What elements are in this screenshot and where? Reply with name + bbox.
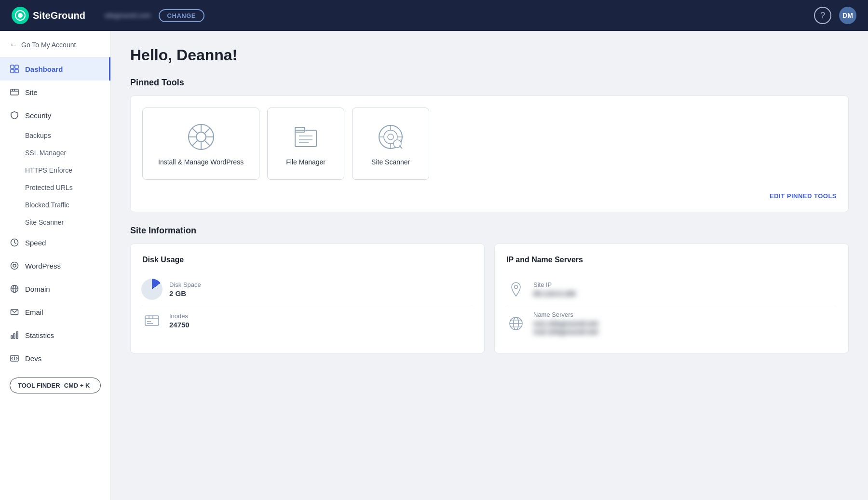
- tool-card-site-scanner[interactable]: Site Scanner: [352, 108, 429, 180]
- inodes-icon: [142, 311, 162, 330]
- svg-rect-3: [15, 65, 18, 68]
- site-ip-label: Site IP: [533, 281, 576, 288]
- sidebar-item-security[interactable]: Security: [0, 104, 110, 127]
- tool-finder-button[interactable]: TOOL FINDER CMD + K: [10, 378, 101, 393]
- site-domain: siteground.com: [105, 12, 151, 19]
- svg-point-52: [515, 285, 518, 289]
- svg-rect-19: [16, 332, 18, 338]
- name-servers-details: Name Servers ns1.siteground.net ns2.site…: [533, 311, 598, 336]
- edit-pinned-area: EDIT PINNED TOOLS: [142, 188, 837, 200]
- sidebar-item-statistics-label: Statistics: [25, 331, 54, 339]
- disk-usage-card: Disk Usage Disk Space 2 GB: [130, 243, 485, 353]
- disk-space-value: 2 GB: [169, 289, 201, 297]
- logo[interactable]: SiteGround: [12, 7, 85, 24]
- svg-point-12: [13, 264, 16, 267]
- tool-finder-shortcut: CMD + K: [64, 382, 90, 389]
- sidebar-item-speed[interactable]: Speed: [0, 231, 110, 254]
- wordpress-tool-icon: [186, 122, 217, 152]
- sidebar-sub-https-enforce[interactable]: HTTPS Enforce: [0, 162, 110, 179]
- disk-usage-title: Disk Usage: [142, 256, 473, 264]
- site-scanner-tool-icon: [375, 122, 406, 152]
- svg-point-23: [196, 132, 206, 142]
- sidebar-sub-blocked-traffic[interactable]: Blocked Traffic: [0, 196, 110, 214]
- speed-icon: [10, 238, 19, 247]
- sidebar-item-email[interactable]: Email: [0, 300, 110, 324]
- svg-rect-18: [14, 334, 15, 338]
- site-ip-details: Site IP 00.110.0.100: [533, 281, 576, 297]
- sidebar-item-dashboard[interactable]: Dashboard: [0, 57, 110, 81]
- sidebar-item-statistics[interactable]: Statistics: [0, 324, 110, 347]
- svg-point-1: [18, 13, 23, 18]
- sidebar-sub-backups[interactable]: Backups: [0, 127, 110, 144]
- svg-rect-32: [295, 130, 316, 147]
- domain-icon: [10, 284, 19, 294]
- email-icon: [10, 307, 19, 317]
- sidebar-item-security-label: Security: [25, 111, 51, 120]
- file-manager-tool-icon: [290, 122, 321, 152]
- app-body: ← Go To My Account Dashboard: [0, 31, 868, 500]
- ip-nameservers-title: IP and Name Servers: [506, 256, 837, 264]
- ns1-value: ns1.siteground.net: [533, 319, 598, 327]
- name-servers-label: Name Servers: [533, 311, 598, 318]
- disk-space-details: Disk Space 2 GB: [169, 281, 201, 297]
- svg-rect-17: [11, 336, 13, 338]
- sidebar-item-domain[interactable]: Domain: [0, 277, 110, 300]
- site-ip-icon: [506, 280, 526, 299]
- sidebar-sub-ssl-manager[interactable]: SSL Manager: [0, 144, 110, 162]
- sidebar-item-devs[interactable]: Devs: [0, 347, 110, 370]
- tool-finder-label: TOOL FINDER: [18, 382, 60, 389]
- page-greeting: Hello, Deanna!: [130, 46, 849, 64]
- svg-line-30: [205, 128, 210, 133]
- svg-rect-4: [11, 69, 14, 73]
- tool-card-file-manager[interactable]: File Manager: [267, 108, 344, 180]
- inodes-details: Inodes 24750: [169, 312, 190, 329]
- svg-line-28: [192, 128, 197, 133]
- svg-point-39: [388, 134, 393, 140]
- sidebar-item-speed-label: Speed: [25, 239, 46, 247]
- sidebar-sub-site-scanner[interactable]: Site Scanner: [0, 214, 110, 231]
- pinned-tools-grid: Install & Manage WordPress File Manager: [142, 108, 837, 180]
- sidebar-item-site[interactable]: Site: [0, 81, 110, 104]
- disk-space-row: Disk Space 2 GB: [142, 274, 473, 305]
- back-link-label: Go To My Account: [21, 41, 76, 49]
- svg-rect-46: [145, 316, 159, 325]
- sidebar: ← Go To My Account Dashboard: [0, 31, 111, 500]
- back-arrow-icon: ←: [10, 41, 17, 49]
- topnav-right: ? DM: [814, 7, 856, 24]
- disk-space-label: Disk Space: [169, 281, 201, 288]
- ns2-value: ns2.siteground.net: [533, 327, 598, 336]
- ip-nameservers-card: IP and Name Servers Site IP 00.110.0.100: [494, 243, 849, 353]
- avatar[interactable]: DM: [839, 7, 856, 24]
- devs-icon: [10, 353, 19, 363]
- site-scanner-tool-label: Site Scanner: [371, 158, 410, 166]
- svg-line-29: [205, 141, 210, 146]
- edit-pinned-link[interactable]: EDIT PINNED TOOLS: [770, 192, 837, 200]
- svg-rect-2: [11, 65, 14, 68]
- sidebar-item-wordpress[interactable]: WordPress: [0, 254, 110, 277]
- inodes-value: 24750: [169, 321, 190, 329]
- sidebar-item-domain-label: Domain: [25, 285, 50, 293]
- svg-line-31: [192, 141, 197, 146]
- topnav: SiteGround siteground.com CHANGE ? DM: [0, 0, 868, 31]
- name-servers-icon: [506, 314, 526, 333]
- sidebar-item-devs-label: Devs: [25, 354, 41, 363]
- pinned-tools-card: Install & Manage WordPress File Manager: [130, 95, 849, 212]
- svg-point-11: [11, 262, 18, 270]
- logo-circle: [12, 7, 29, 24]
- statistics-icon: [10, 330, 19, 340]
- help-icon[interactable]: ?: [814, 7, 831, 24]
- sidebar-sub-protected-urls[interactable]: Protected URLs: [0, 179, 110, 196]
- inodes-label: Inodes: [169, 312, 190, 320]
- main-content: Hello, Deanna! Pinned Tools: [111, 31, 868, 500]
- disk-space-icon: [142, 280, 162, 299]
- sidebar-item-site-label: Site: [25, 88, 38, 96]
- inodes-row: Inodes 24750: [142, 305, 473, 336]
- dashboard-icon: [10, 64, 19, 74]
- wordpress-tool-label: Install & Manage WordPress: [158, 158, 244, 166]
- site-ip-value: 00.110.0.100: [533, 289, 576, 297]
- pinned-tools-title: Pinned Tools: [130, 78, 849, 88]
- tool-card-wordpress[interactable]: Install & Manage WordPress: [142, 108, 259, 180]
- sidebar-item-dashboard-label: Dashboard: [25, 65, 63, 73]
- back-link[interactable]: ← Go To My Account: [0, 31, 110, 57]
- change-button[interactable]: CHANGE: [159, 9, 204, 22]
